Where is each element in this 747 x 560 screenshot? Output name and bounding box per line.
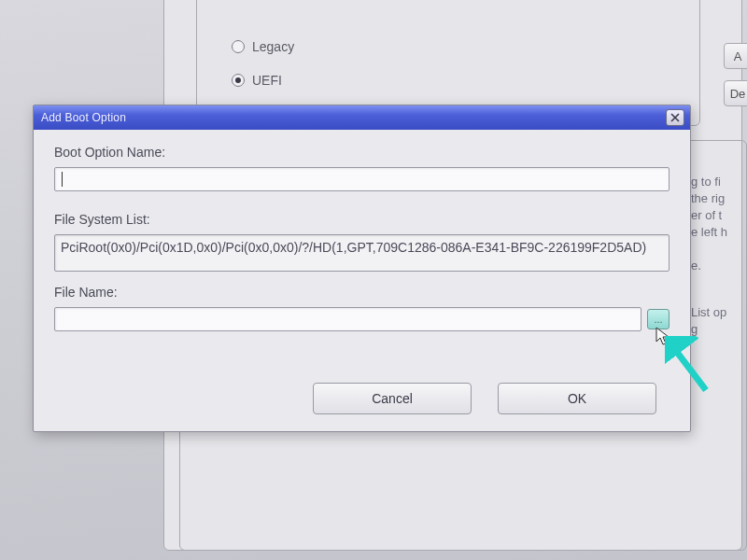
- radio-row-uefi[interactable]: UEFI: [232, 73, 282, 88]
- radio-row-legacy[interactable]: Legacy: [232, 39, 294, 54]
- file-name-label: File Name:: [54, 285, 669, 300]
- browse-file-button[interactable]: ...: [647, 309, 669, 329]
- help-text-fragment: List op: [691, 304, 726, 321]
- boot-option-name-label: Boot Option Name:: [54, 145, 669, 160]
- radio-label-uefi: UEFI: [252, 73, 282, 88]
- ellipsis-icon: ...: [654, 314, 662, 325]
- dialog-title: Add Boot Option: [41, 111, 126, 124]
- close-button[interactable]: [666, 109, 684, 126]
- file-name-input[interactable]: [54, 307, 641, 331]
- delete-boot-option-button[interactable]: De: [724, 80, 747, 106]
- dialog-titlebar[interactable]: Add Boot Option: [34, 105, 690, 130]
- add-boot-option-button[interactable]: A: [724, 43, 747, 69]
- close-icon: [670, 113, 680, 122]
- dialog-button-row: Cancel OK: [54, 383, 669, 414]
- help-text-fragment: the rig: [691, 190, 725, 207]
- radio-circle-icon: [232, 74, 245, 87]
- radio-selected-dot-icon: [235, 77, 241, 83]
- file-system-list-label: File System List:: [54, 212, 669, 227]
- cancel-button[interactable]: Cancel: [313, 383, 472, 414]
- add-boot-option-dialog: Add Boot Option Boot Option Name: File S…: [33, 105, 691, 432]
- text-caret-icon: [62, 172, 63, 187]
- dialog-body: Boot Option Name: File System List: PciR…: [34, 130, 690, 431]
- radio-label-legacy: Legacy: [252, 39, 294, 54]
- ok-button[interactable]: OK: [498, 383, 656, 414]
- radio-circle-icon: [232, 40, 245, 53]
- help-text-fragment: er of t: [691, 207, 722, 224]
- help-text-fragment: e.: [691, 258, 701, 274]
- help-text-fragment: g: [691, 321, 698, 338]
- file-system-list-box[interactable]: PciRoot(0x0)/Pci(0x1D,0x0)/Pci(0x0,0x0)/…: [54, 234, 669, 272]
- help-text-fragment: e left h: [691, 224, 727, 241]
- help-text-fragment: g to fi: [691, 174, 721, 190]
- boot-option-name-input[interactable]: [54, 167, 669, 191]
